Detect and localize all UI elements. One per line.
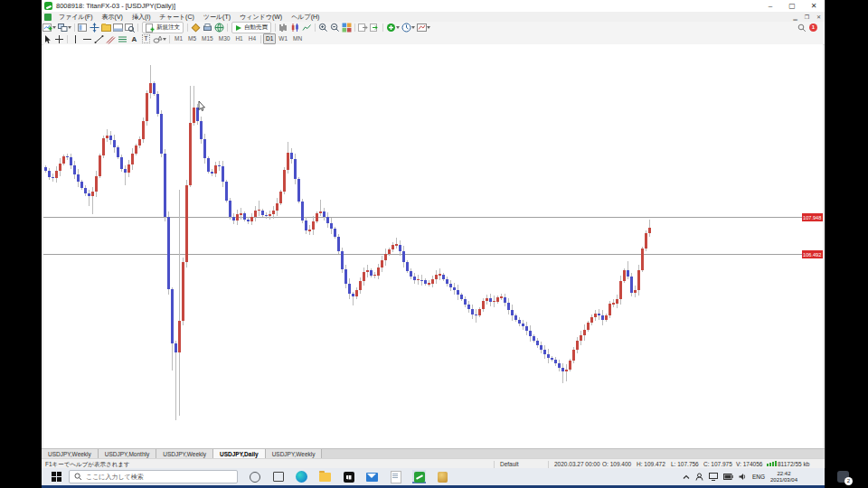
task-view-icon[interactable]: [271, 470, 285, 483]
menu-window[interactable]: ウィンドウ(W): [235, 12, 287, 22]
standard-toolbar: 新規注文 自動売買: [42, 22, 825, 34]
candle-bodies: [44, 83, 651, 372]
notepad-icon[interactable]: [389, 470, 402, 483]
close-button[interactable]: ✕: [803, 1, 825, 12]
profiles-dropdown[interactable]: [68, 26, 71, 29]
market-watch-icon[interactable]: [77, 23, 89, 33]
price-badge: 107.948: [802, 213, 823, 221]
cursor-tool-icon[interactable]: [42, 34, 53, 44]
trendline-tool-icon[interactable]: [93, 34, 105, 44]
new-order-label: 新規注文: [156, 23, 180, 32]
shapes-dropdown[interactable]: [163, 38, 166, 41]
channel-tool-icon[interactable]: [105, 34, 117, 44]
navigator-icon[interactable]: [100, 23, 112, 33]
menu-file[interactable]: ファイル(F): [54, 12, 98, 22]
timeframe-mn[interactable]: MN: [290, 34, 305, 43]
search-icon[interactable]: [797, 23, 807, 33]
svg-text:107.948: 107.948: [803, 215, 821, 221]
fibonacci-tool-icon[interactable]: [117, 34, 128, 44]
zoom-out-icon[interactable]: [329, 23, 341, 33]
timeframe-w1[interactable]: W1: [276, 34, 290, 43]
tile-windows-icon[interactable]: [341, 23, 353, 33]
mt4-taskbar-icon[interactable]: [412, 470, 426, 483]
menu-chart[interactable]: チャート(C): [156, 12, 199, 22]
clock-time: 22:42: [770, 471, 797, 477]
taskbar: ここに入力して検索 ENG 22:42 2021/03/04: [42, 468, 825, 485]
timeframe-m5[interactable]: M5: [185, 34, 199, 43]
timeframe-h1[interactable]: H1: [232, 34, 245, 43]
periods-dropdown[interactable]: [411, 26, 415, 29]
status-profile[interactable]: Default: [500, 461, 519, 467]
status-candle-time: 2020.03.27 00:00: [554, 461, 600, 467]
window-title: 8008918: TitanFX-03 - [USDJPY(Daily)]: [56, 2, 175, 10]
battery-icon[interactable]: [723, 474, 733, 480]
taskbar-search-input[interactable]: ここに入力して検索: [69, 470, 238, 483]
status-traffic: 81172/55 kb: [778, 461, 809, 467]
child-minimize-button[interactable]: ▁: [789, 14, 801, 20]
notification-count-badge: 2: [844, 477, 853, 485]
notification-badge[interactable]: 1: [809, 23, 817, 32]
data-window-icon[interactable]: [89, 23, 100, 33]
timeframe-m1[interactable]: M1: [172, 34, 185, 43]
file-explorer-icon[interactable]: [318, 470, 332, 483]
mail-icon[interactable]: [365, 470, 379, 483]
tray-chevron-icon[interactable]: [683, 474, 690, 480]
autotrade-button[interactable]: 自動売買: [231, 22, 271, 33]
cortana-icon[interactable]: [248, 470, 261, 483]
text-tool-icon[interactable]: A: [128, 34, 140, 44]
timeframe-d1[interactable]: D1: [263, 33, 276, 44]
zoom-in-icon[interactable]: [317, 23, 329, 33]
vertical-line-tool-icon[interactable]: [70, 34, 81, 44]
line-chart-icon[interactable]: [301, 23, 313, 33]
label-tool-icon[interactable]: T: [140, 34, 152, 44]
screen: 8008918: TitanFX-03 - [USDJPY(Daily)] – …: [0, 0, 868, 488]
svg-text:106.492: 106.492: [803, 252, 821, 258]
display-icon[interactable]: [709, 473, 718, 481]
mt4-window: 8008918: TitanFX-03 - [USDJPY(Daily)] – …: [42, 0, 826, 468]
menu-help[interactable]: ヘルプ(H): [287, 12, 324, 22]
terminal-icon[interactable]: [112, 23, 124, 33]
web-icon[interactable]: [213, 23, 225, 33]
price-badge: 106.492: [802, 250, 823, 258]
timeframe-m15[interactable]: M15: [199, 34, 216, 43]
people-icon[interactable]: [695, 473, 703, 481]
status-open: O: 109.400: [602, 461, 631, 467]
auto-scroll-icon[interactable]: [369, 23, 381, 33]
restore-button[interactable]: ▢: [781, 1, 803, 12]
print-icon[interactable]: [202, 23, 213, 33]
start-button[interactable]: [49, 471, 63, 483]
chart-area[interactable]: 107.948106.492: [43, 44, 823, 448]
language-indicator[interactable]: ENG: [752, 474, 765, 480]
chart-child-icon: [44, 14, 52, 21]
menu-tools[interactable]: ツール(T): [199, 12, 235, 22]
timeframe-m30[interactable]: M30: [216, 34, 233, 43]
microsoft-store-icon[interactable]: [342, 470, 355, 483]
indicators-dropdown[interactable]: [396, 26, 400, 29]
taskbar-clock[interactable]: 22:42 2021/03/04: [770, 471, 797, 483]
autotrade-label: 自動売買: [244, 23, 268, 32]
templates-dropdown[interactable]: [427, 26, 430, 29]
volume-icon[interactable]: [739, 473, 747, 481]
new-order-button[interactable]: 新規注文: [142, 22, 184, 33]
status-volume: V: 174056: [736, 461, 762, 467]
new-chart-dropdown[interactable]: [52, 26, 56, 29]
mouse-cursor: [199, 101, 204, 111]
strategy-tester-icon[interactable]: [124, 23, 136, 33]
edge-icon[interactable]: [295, 470, 308, 483]
menu-view[interactable]: 表示(V): [98, 12, 127, 22]
status-close: C: 107.975: [703, 461, 732, 467]
alerts-icon[interactable]: [190, 23, 202, 33]
bar-chart-icon[interactable]: [278, 23, 289, 33]
timeframe-h4[interactable]: H4: [246, 34, 259, 43]
minimize-button[interactable]: –: [760, 1, 781, 12]
gold-app-icon[interactable]: [436, 470, 449, 483]
crosshair-tool-icon[interactable]: [53, 34, 65, 44]
child-close-button[interactable]: ✕: [813, 14, 825, 20]
candlestick-chart-icon[interactable]: [289, 23, 301, 33]
horizontal-line-tool-icon[interactable]: [81, 34, 93, 44]
chart-shift-icon[interactable]: [357, 23, 369, 33]
menu-bar: ファイル(F) 表示(V) 挿入(I) チャート(C) ツール(T) ウィンドウ…: [42, 12, 825, 22]
notification-center-icon[interactable]: 2: [837, 471, 849, 483]
child-restore-button[interactable]: ❐: [801, 14, 813, 20]
menu-insert[interactable]: 挿入(I): [127, 12, 156, 22]
